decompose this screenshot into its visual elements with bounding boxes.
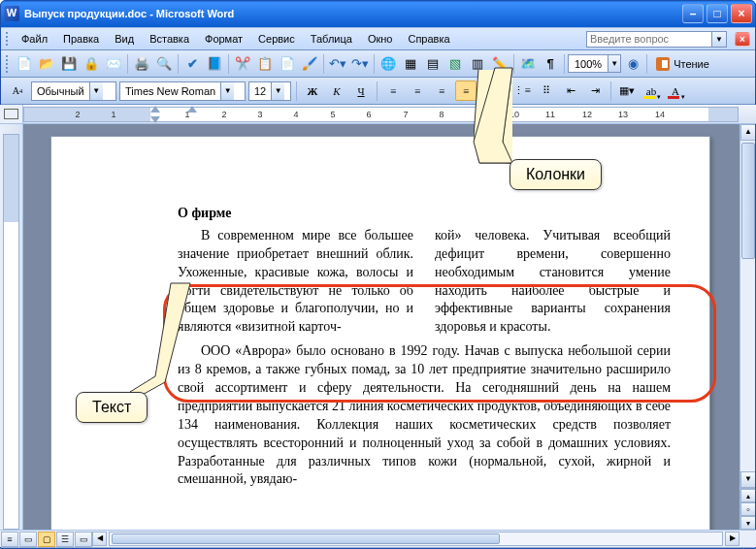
decrease-indent-button[interactable]: ⇤: [560, 81, 581, 101]
print-layout-button[interactable]: ▢: [38, 532, 55, 547]
redo-icon[interactable]: ↷▾: [349, 53, 371, 75]
scroll-track[interactable]: [740, 141, 756, 471]
borders-button[interactable]: ▦▾: [616, 81, 638, 101]
increase-indent-button[interactable]: ⇥: [584, 81, 606, 101]
scroll-up-icon[interactable]: ▲: [740, 124, 756, 141]
hscroll-left-icon[interactable]: ◀: [92, 532, 107, 546]
help-search-input[interactable]: [586, 31, 712, 48]
page[interactable]: О фирме В современном мире все большее з…: [50, 136, 710, 530]
new-doc-icon[interactable]: 📄: [14, 53, 35, 75]
doc-map-icon[interactable]: 🗺️: [517, 53, 539, 75]
zoom-value: 100%: [569, 58, 608, 70]
scroll-thumb[interactable]: [741, 143, 755, 259]
spelling-icon[interactable]: ✔: [181, 53, 203, 75]
zoom-combo[interactable]: 100% ▼: [568, 54, 621, 73]
normal-view-button[interactable]: ≡: [1, 532, 18, 547]
font-color-button[interactable]: A▾: [665, 81, 686, 101]
align-right-button[interactable]: ≡: [431, 81, 452, 101]
save-icon[interactable]: 💾: [58, 53, 80, 75]
doc-close-button[interactable]: ×: [735, 32, 750, 47]
italic-button[interactable]: К: [326, 81, 347, 101]
help-search-dropdown[interactable]: ▼: [712, 31, 727, 48]
menu-view[interactable]: Вид: [109, 31, 140, 47]
web-view-button[interactable]: ▭: [19, 532, 37, 547]
drawing-icon[interactable]: ✏️: [489, 53, 510, 75]
outline-view-button[interactable]: ☰: [56, 532, 74, 547]
vertical-scrollbar[interactable]: ▲ ▼ ▴ ◦ ▾: [740, 124, 756, 530]
numbering-button[interactable]: ⋮≡: [511, 81, 533, 101]
insert-table-icon[interactable]: ▤: [422, 53, 444, 75]
open-icon[interactable]: 📂: [36, 53, 57, 75]
bullets-button[interactable]: ⠿: [536, 81, 557, 101]
horizontal-ruler[interactable]: 2 1 1 2 3 4 5 6 7 8 9 10 11 12 13 14: [0, 105, 756, 124]
styles-pane-icon[interactable]: A4: [7, 81, 28, 101]
chevron-down-icon[interactable]: ▼: [89, 82, 103, 100]
menu-insert[interactable]: Вставка: [144, 31, 195, 47]
menu-window[interactable]: Окно: [362, 31, 399, 47]
paste-icon[interactable]: 📄: [277, 53, 298, 75]
style-combo[interactable]: Обычный ▼: [31, 81, 116, 101]
toolbar-handle[interactable]: [6, 32, 10, 46]
callout-columns-label: Колонки: [526, 166, 585, 182]
help-icon[interactable]: ◉: [622, 53, 643, 75]
undo-icon[interactable]: ↶▾: [327, 53, 348, 75]
hanging-indent[interactable]: [150, 116, 160, 123]
font-combo[interactable]: Times New Roman ▼: [119, 81, 246, 101]
cut-icon[interactable]: ✂️: [232, 53, 253, 75]
print-preview-icon[interactable]: 🔍: [153, 53, 175, 75]
columns-icon[interactable]: ▥: [467, 53, 488, 75]
research-icon[interactable]: 📘: [204, 53, 225, 75]
align-center-button[interactable]: ≡: [407, 81, 428, 101]
highlight-button[interactable]: ab▾: [641, 81, 662, 101]
font-size-combo[interactable]: 12 ▼: [248, 81, 291, 101]
menu-edit[interactable]: Правка: [57, 31, 105, 47]
horizontal-scrollbar[interactable]: [109, 532, 723, 546]
permissions-icon[interactable]: 🔒: [81, 53, 102, 75]
document-viewport[interactable]: О фирме В современном мире все большее з…: [23, 124, 740, 530]
chevron-down-icon[interactable]: ▼: [271, 82, 284, 100]
zoom-dropdown-icon[interactable]: ▼: [608, 55, 620, 72]
reading-layout-button[interactable]: Чтение: [650, 55, 715, 73]
edit-area: О фирме В современном мире все большее з…: [0, 124, 756, 530]
prev-page-icon[interactable]: ▴: [740, 489, 756, 502]
menu-file[interactable]: Файл: [16, 31, 53, 47]
tables-borders-icon[interactable]: ▦: [400, 53, 421, 75]
show-marks-icon[interactable]: ¶: [540, 53, 561, 75]
menu-tools[interactable]: Сервис: [252, 31, 301, 47]
menu-help[interactable]: Справка: [402, 31, 455, 47]
vertical-ruler[interactable]: [0, 124, 23, 530]
callout-text-label: Текст: [92, 399, 131, 415]
left-indent[interactable]: [150, 106, 160, 113]
tab-selector[interactable]: [0, 105, 23, 123]
maximize-button[interactable]: □: [707, 4, 728, 23]
line-spacing-button[interactable]: ‡▾: [479, 81, 501, 101]
menu-format[interactable]: Формат: [199, 31, 248, 47]
scroll-down-icon[interactable]: ▼: [740, 471, 756, 488]
read-label: Чтение: [674, 58, 709, 70]
close-button[interactable]: ×: [731, 4, 752, 23]
column-2-text: кой» человека. Учитывая всеобщий дефицит…: [435, 227, 671, 337]
minimize-button[interactable]: –: [682, 4, 704, 23]
hscroll-right-icon[interactable]: ▶: [725, 532, 740, 546]
print-icon[interactable]: 🖨️: [131, 53, 152, 75]
mail-icon[interactable]: ✉️: [103, 53, 124, 75]
bold-button[interactable]: Ж: [302, 81, 323, 101]
reading-view-button[interactable]: ▭: [75, 532, 92, 547]
body-text: ООО «Аврора» было основано в 1992 году. …: [178, 342, 671, 489]
align-left-button[interactable]: ≡: [382, 81, 404, 101]
hscroll-thumb[interactable]: [112, 533, 500, 544]
hyperlink-icon[interactable]: 🌐: [378, 53, 399, 75]
format-painter-icon[interactable]: 🖌️: [299, 53, 320, 75]
browse-object-icon[interactable]: ◦: [740, 502, 756, 516]
copy-icon[interactable]: 📋: [254, 53, 276, 75]
align-justify-button[interactable]: ≡: [455, 81, 477, 101]
toolbar-handle[interactable]: [6, 55, 11, 73]
excel-icon[interactable]: ▧: [444, 53, 466, 75]
menu-table[interactable]: Таблица: [305, 31, 358, 47]
book-icon: [656, 57, 670, 71]
callout-text: Текст: [76, 392, 148, 423]
underline-button[interactable]: Ч: [350, 81, 372, 101]
chevron-down-icon[interactable]: ▼: [220, 82, 234, 100]
menu-bar: Файл Правка Вид Вставка Формат Сервис Та…: [0, 27, 756, 50]
next-page-icon[interactable]: ▾: [740, 516, 756, 530]
